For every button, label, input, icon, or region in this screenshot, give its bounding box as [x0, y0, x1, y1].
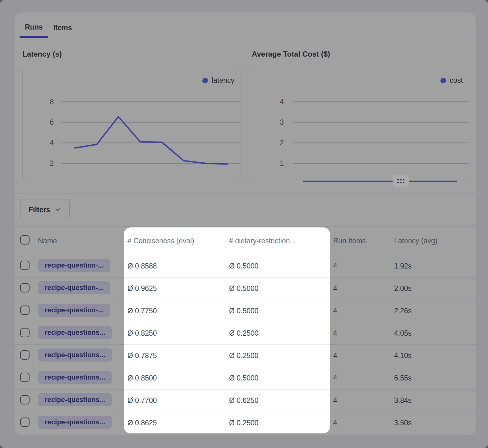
latency-line-plot: 8642: [23, 68, 241, 182]
dietary-score-cell: Ø 0.2500: [227, 352, 330, 360]
column-header-latency[interactable]: Latency (avg): [394, 237, 476, 245]
latency-cell: 1.92s: [394, 262, 476, 270]
latency-cell: 4.10s: [394, 352, 476, 360]
dietary-score-cell: Ø 0.6250: [227, 396, 330, 405]
svg-text:2: 2: [280, 139, 284, 147]
conciseness-score-cell: Ø 0.8250: [124, 329, 227, 338]
conciseness-score-cell: Ø 0.7700: [124, 396, 227, 405]
cost-chart: 4321 cost: [252, 68, 469, 182]
table-row: recipe-questions... Ø 0.8500 Ø 0.5000 4 …: [15, 367, 476, 389]
dietary-score-cell: Ø 0.5000: [227, 284, 330, 293]
conciseness-score-cell: Ø 0.8625: [124, 419, 227, 427]
runs-table: Name # Conciseness (eval) # dietary-rest…: [15, 226, 476, 435]
dietary-score-cell: Ø 0.2500: [227, 419, 330, 427]
svg-text:1: 1: [280, 159, 284, 167]
main-card: Runs Items Latency (s) 8642 latency Aver…: [15, 12, 476, 435]
row-checkbox[interactable]: [20, 328, 30, 337]
latency-cell: 2.26s: [394, 307, 476, 315]
run-name-badge[interactable]: recipe-question-...: [38, 281, 110, 294]
table-row: recipe-questions... Ø 0.8625 Ø 0.2500 4 …: [15, 412, 476, 434]
run-name-badge[interactable]: recipe-questions...: [38, 393, 112, 406]
drag-handle-icon[interactable]: [393, 175, 409, 187]
legend-label: latency: [212, 76, 234, 85]
cost-chart-title: Average Total Cost ($): [252, 50, 330, 58]
svg-text:3: 3: [280, 118, 284, 126]
svg-text:6: 6: [50, 118, 54, 126]
column-header-conciseness[interactable]: # Conciseness (eval): [124, 237, 227, 245]
run-name-badge[interactable]: recipe-questions...: [38, 348, 112, 362]
table-row: recipe-questions... Ø 0.7700 Ø 0.6250 4 …: [15, 389, 476, 412]
latency-cell: 2.00s: [394, 284, 476, 293]
chevron-down-icon: [54, 206, 61, 213]
svg-text:4: 4: [280, 98, 284, 106]
column-header-name[interactable]: Name: [38, 237, 124, 245]
filters-label: Filters: [29, 206, 50, 214]
conciseness-score-cell: Ø 0.7875: [124, 352, 227, 360]
row-checkbox[interactable]: [20, 418, 30, 427]
svg-text:2: 2: [50, 159, 54, 167]
latency-legend: latency: [202, 76, 234, 85]
dietary-score-cell: Ø 0.5000: [227, 374, 330, 382]
filters-button[interactable]: Filters: [20, 199, 70, 220]
table-body: recipe-question-... Ø 0.8588 Ø 0.5000 4 …: [15, 255, 476, 434]
run-items-cell: 4: [330, 374, 394, 382]
table-header-row: Name # Conciseness (eval) # dietary-rest…: [15, 227, 476, 255]
column-header-run-items[interactable]: Run Items: [330, 237, 394, 245]
run-items-cell: 4: [330, 329, 394, 338]
row-checkbox[interactable]: [20, 395, 30, 404]
conciseness-score-cell: Ø 0.8500: [124, 374, 227, 382]
latency-cell: 6.55s: [394, 374, 476, 382]
tab-runs[interactable]: Runs: [20, 12, 48, 38]
row-checkbox[interactable]: [20, 261, 30, 270]
conciseness-score-cell: Ø 0.8588: [124, 262, 227, 270]
table-row: recipe-question-... Ø 0.9625 Ø 0.5000 4 …: [15, 277, 476, 300]
latency-chart-title: Latency (s): [22, 50, 62, 58]
cost-legend: cost: [440, 76, 463, 85]
legend-label: cost: [450, 76, 463, 85]
run-items-cell: 4: [330, 396, 394, 405]
column-header-dietary[interactable]: # dietary-restriction...: [227, 237, 330, 245]
row-checkbox[interactable]: [20, 306, 30, 315]
legend-dot-icon: [202, 78, 208, 83]
dietary-score-cell: Ø 0.5000: [227, 262, 330, 270]
latency-cell: 4.05s: [394, 329, 476, 338]
conciseness-score-cell: Ø 0.9625: [124, 284, 227, 293]
latency-chart: 8642 latency: [22, 68, 241, 182]
run-name-badge[interactable]: recipe-questions...: [38, 416, 112, 429]
run-name-badge[interactable]: recipe-question-...: [38, 304, 110, 317]
run-items-cell: 4: [330, 352, 394, 360]
tab-bar: Runs Items: [15, 12, 476, 38]
svg-text:8: 8: [50, 98, 54, 106]
dietary-score-cell: Ø 0.2500: [227, 329, 330, 338]
run-items-cell: 4: [330, 262, 394, 270]
run-name-badge[interactable]: recipe-questions...: [38, 371, 112, 384]
section-divider: [15, 194, 476, 194]
tab-items[interactable]: Items: [48, 12, 77, 38]
svg-text:4: 4: [50, 139, 54, 147]
row-checkbox[interactable]: [20, 373, 30, 382]
conciseness-score-cell: Ø 0.7750: [124, 307, 227, 315]
run-name-badge[interactable]: recipe-question-...: [38, 259, 110, 272]
latency-cell: 3.50s: [394, 419, 476, 427]
run-name-badge[interactable]: recipe-questions...: [38, 326, 112, 339]
cost-line-plot: 4321: [252, 68, 470, 182]
page-background: Runs Items Latency (s) 8642 latency Aver…: [0, 0, 488, 448]
table-row: recipe-questions... Ø 0.7875 Ø 0.2500 4 …: [15, 344, 476, 367]
table-row: recipe-question-... Ø 0.8588 Ø 0.5000 4 …: [15, 255, 476, 277]
row-checkbox[interactable]: [20, 350, 30, 360]
select-all-checkbox[interactable]: [20, 235, 30, 245]
legend-dot-icon: [440, 78, 446, 83]
dietary-score-cell: Ø 0.5000: [227, 307, 330, 315]
run-items-cell: 4: [330, 284, 394, 293]
run-items-cell: 4: [330, 419, 394, 427]
row-checkbox[interactable]: [20, 283, 30, 292]
latency-cell: 3.84s: [394, 396, 476, 405]
table-row: recipe-question-... Ø 0.7750 Ø 0.5000 4 …: [15, 300, 476, 322]
run-items-cell: 4: [330, 307, 394, 315]
table-row: recipe-questions... Ø 0.8250 Ø 0.2500 4 …: [15, 322, 476, 344]
